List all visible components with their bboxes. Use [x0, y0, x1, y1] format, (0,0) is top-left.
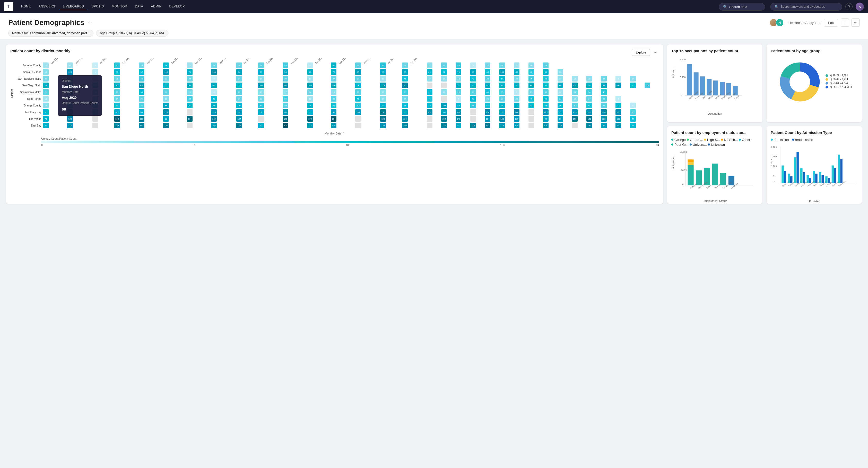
- heatmap-cell[interactable]: 35: [402, 89, 426, 95]
- heatmap-cell[interactable]: 153: [441, 115, 455, 122]
- heatmap-cell[interactable]: 72: [380, 102, 402, 109]
- more-options-button[interactable]: ···: [851, 19, 860, 27]
- heatmap-cell[interactable]: 29: [114, 89, 138, 95]
- heatmap-cell[interactable]: [258, 115, 282, 122]
- search-liveboards-input[interactable]: 🔍 Search answers and Liveboards: [770, 3, 842, 10]
- heatmap-cell[interactable]: 52: [138, 69, 163, 75]
- heatmap-cell[interactable]: 29: [470, 89, 485, 95]
- nav-liveboards[interactable]: LIVEBOARDS: [59, 3, 88, 10]
- heatmap-cell[interactable]: 28: [355, 62, 380, 69]
- heatmap-cell[interactable]: 44: [586, 102, 600, 109]
- heatmap-cell[interactable]: 18: [331, 89, 355, 95]
- heatmap-cell[interactable]: 75: [114, 82, 138, 89]
- heatmap-cell[interactable]: 52: [427, 89, 441, 95]
- heatmap-cell[interactable]: 118: [331, 122, 355, 129]
- heatmap-cell[interactable]: 28: [258, 62, 282, 69]
- heatmap-cell[interactable]: 70: [499, 82, 514, 89]
- heatmap-cell[interactable]: 57: [236, 82, 258, 89]
- heatmap-cell[interactable]: 64: [138, 109, 163, 115]
- heatmap-cell[interactable]: 24: [485, 95, 499, 102]
- heatmap-cell[interactable]: 103: [441, 102, 455, 109]
- heatmap-cell[interactable]: 136: [499, 115, 514, 122]
- heatmap-cell[interactable]: 48: [163, 62, 187, 69]
- heatmap-cell[interactable]: 179: [282, 115, 307, 122]
- share-button[interactable]: ↑: [841, 19, 849, 27]
- nav-develop[interactable]: DEVELOP: [166, 3, 188, 10]
- heatmap-cell[interactable]: 92: [163, 115, 187, 122]
- heatmap-cell[interactable]: [441, 82, 455, 89]
- nav-spotiq[interactable]: SPOTIQ: [88, 3, 107, 10]
- heatmap-cell[interactable]: [572, 122, 586, 129]
- heatmap-cell[interactable]: 29: [485, 75, 499, 82]
- heatmap-cell[interactable]: 52: [470, 95, 485, 102]
- heatmap-cell[interactable]: 5: [470, 62, 485, 69]
- nav-answers[interactable]: ANSWERS: [35, 3, 59, 10]
- heatmap-cell[interactable]: 124: [236, 115, 258, 122]
- heatmap-cell[interactable]: 66: [499, 102, 514, 109]
- heatmap-cell[interactable]: [187, 122, 211, 129]
- heatmap-cell[interactable]: 75: [331, 69, 355, 75]
- heatmap-cell[interactable]: 3: [92, 62, 114, 69]
- edit-button[interactable]: Edit: [824, 19, 838, 27]
- heatmap-cell[interactable]: 29: [138, 95, 163, 102]
- heatmap-cell[interactable]: 119: [380, 82, 402, 89]
- heatmap-cell[interactable]: 18: [380, 95, 402, 102]
- heatmap-cell[interactable]: 120: [615, 115, 630, 122]
- heatmap-cell[interactable]: 12: [43, 62, 67, 69]
- heatmap-cell[interactable]: 76: [258, 122, 282, 129]
- heatmap-cell[interactable]: 92: [211, 82, 236, 89]
- heatmap-cell[interactable]: 41: [380, 62, 402, 69]
- heatmap-cell[interactable]: [427, 82, 441, 89]
- heatmap-cell[interactable]: 32: [138, 102, 163, 109]
- heatmap-cell[interactable]: 114: [485, 115, 499, 122]
- heatmap-cell[interactable]: 65: [307, 109, 331, 115]
- heatmap-cell[interactable]: 18: [557, 69, 572, 75]
- heatmap-cell[interactable]: [528, 115, 542, 122]
- heatmap-cell[interactable]: 30: [630, 109, 644, 115]
- nav-home[interactable]: HOME: [18, 3, 34, 10]
- explore-button[interactable]: Explore: [632, 49, 650, 56]
- heatmap-cell[interactable]: 24: [211, 62, 236, 69]
- heatmap-cell[interactable]: 29: [601, 102, 615, 109]
- heatmap-cell[interactable]: 46: [528, 95, 542, 102]
- heatmap-cell[interactable]: 4: [211, 75, 236, 82]
- heatmap-cell[interactable]: 161: [586, 115, 600, 122]
- heatmap-cell[interactable]: 120: [211, 109, 236, 115]
- heatmap-cell[interactable]: 29: [282, 102, 307, 109]
- heatmap-cell[interactable]: 5: [615, 75, 630, 82]
- heatmap-cell[interactable]: 84: [557, 82, 572, 89]
- heatmap-cell[interactable]: 30: [331, 95, 355, 102]
- heatmap-cell[interactable]: 152: [163, 122, 187, 129]
- heatmap-cell[interactable]: 194: [331, 115, 355, 122]
- heatmap-cell[interactable]: 12: [557, 89, 572, 95]
- heatmap-cell[interactable]: 6: [514, 89, 528, 95]
- heatmap-cell[interactable]: 44: [427, 95, 441, 102]
- heatmap-cell[interactable]: 93: [282, 69, 307, 75]
- heatmap-cell[interactable]: 159: [380, 115, 402, 122]
- heatmap-cell[interactable]: 108: [258, 82, 282, 89]
- heatmap-cell[interactable]: 99: [601, 122, 615, 129]
- heatmap-cell[interactable]: 35: [282, 62, 307, 69]
- heatmap-cell[interactable]: 24: [114, 95, 138, 102]
- heatmap-cell[interactable]: 46: [355, 95, 380, 102]
- heatmap-cell[interactable]: 17: [380, 89, 402, 95]
- heatmap-cell[interactable]: 77: [557, 109, 572, 115]
- heatmap-cell[interactable]: 18: [572, 95, 586, 102]
- user-avatar[interactable]: A: [856, 3, 864, 11]
- heatmap-cell[interactable]: 22: [187, 89, 211, 95]
- heatmap-cell[interactable]: 35: [644, 82, 659, 89]
- heatmap-cell[interactable]: 89: [163, 102, 187, 109]
- heatmap-cell[interactable]: 48: [542, 102, 557, 109]
- heatmap-cell[interactable]: [528, 109, 542, 115]
- heatmap-cell[interactable]: 52: [542, 82, 557, 89]
- heatmap-cell[interactable]: 24: [572, 89, 586, 95]
- heatmap-cell[interactable]: 131: [282, 82, 307, 89]
- heatmap-cell[interactable]: 40: [114, 62, 138, 69]
- heatmap-cell[interactable]: 24: [307, 89, 331, 95]
- heatmap-cell[interactable]: 118: [499, 122, 514, 129]
- heatmap-cell[interactable]: 5: [615, 95, 630, 102]
- heatmap-cell[interactable]: 18: [258, 75, 282, 82]
- heatmap-cell[interactable]: 106: [307, 82, 331, 89]
- heatmap-cell[interactable]: 89: [601, 82, 615, 89]
- heatmap-cell[interactable]: 35: [528, 75, 542, 82]
